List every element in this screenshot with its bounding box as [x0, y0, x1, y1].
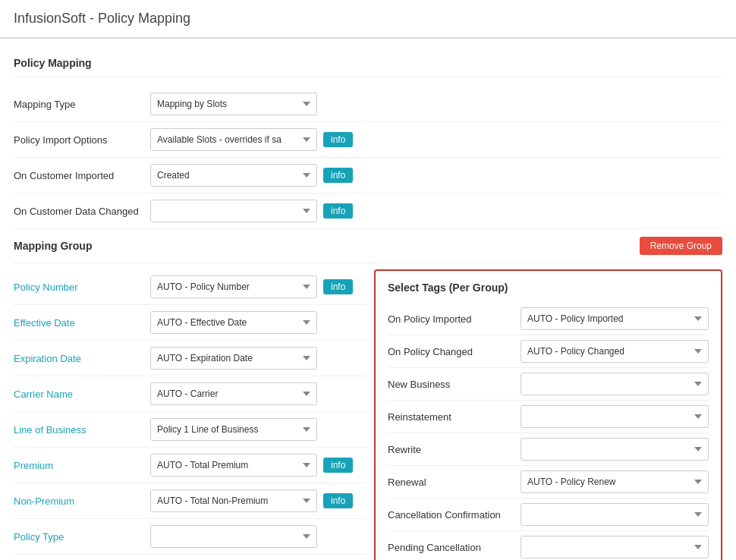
right-field-select-6[interactable]: [521, 503, 709, 526]
right-field-row-0: On Policy ImportedAUTO - Policy Imported: [388, 303, 709, 335]
left-field-label-7: Policy Type: [14, 531, 150, 543]
right-field-label-6: Cancellation Confirmation: [388, 509, 521, 521]
right-field-row-6: Cancellation Confirmation: [388, 499, 709, 531]
left-field-row-6: Non-PremiumAUTO - Total Non-Premiuminfo: [14, 483, 366, 519]
on-customer-imported-row: On Customer Imported Created info: [14, 158, 722, 193]
mapping-group-header: Mapping Group Remove Group: [14, 229, 722, 263]
mapping-group-title: Mapping Group: [14, 240, 92, 252]
right-field-row-3: Reinstatement: [388, 401, 709, 433]
left-field-row-0: Policy NumberAUTO - Policy Numberinfo: [14, 269, 366, 305]
left-field-label-4: Line of Business: [14, 424, 150, 436]
left-field-label-1: Effective Date: [14, 317, 150, 329]
left-field-row-3: Carrier NameAUTO - Carrier: [14, 376, 366, 412]
left-field-select-6[interactable]: AUTO - Total Non-Premium: [150, 489, 317, 512]
right-field-row-5: RenewalAUTO - Policy Renew: [388, 466, 709, 499]
right-field-label-5: Renewal: [388, 477, 521, 488]
right-field-select-3[interactable]: [521, 405, 709, 428]
left-field-row-1: Effective DateAUTO - Effective Date: [14, 305, 366, 341]
left-field-row-7: Policy Type: [14, 519, 366, 555]
mapping-type-row: Mapping Type Mapping by Slots: [14, 87, 722, 122]
left-field-label-6: Non-Premium: [14, 496, 150, 507]
on-customer-data-changed-row: On Customer Data Changed info: [14, 193, 722, 229]
section-title: Policy Mapping: [14, 51, 722, 77]
mapping-type-select[interactable]: Mapping by Slots: [150, 93, 317, 115]
on-customer-imported-info-button[interactable]: info: [323, 168, 353, 183]
policy-import-options-select[interactable]: Available Slots - overrides if sa: [150, 128, 317, 151]
left-field-row-2: Expiration DateAUTO - Expiration Date: [14, 341, 366, 376]
left-field-select-1[interactable]: AUTO - Effective Date: [150, 311, 317, 334]
right-field-select-1[interactable]: AUTO - Policy Changed: [521, 340, 709, 363]
right-field-row-4: Rewrite: [388, 433, 709, 466]
on-customer-imported-select[interactable]: Created: [150, 164, 317, 187]
policy-import-options-row: Policy Import Options Available Slots - …: [14, 122, 722, 158]
right-field-row-7: Pending Cancellation: [388, 531, 709, 560]
left-field-row-8: Policy StatusAUTO - Policy Status: [14, 555, 366, 560]
right-field-select-5[interactable]: AUTO - Policy Renew: [521, 470, 709, 493]
page-title: InfusionSoft - Policy Mapping: [0, 0, 736, 39]
left-field-select-2[interactable]: AUTO - Expiration Date: [150, 347, 317, 370]
right-field-select-4[interactable]: [521, 438, 709, 461]
right-field-label-1: On Policy Changed: [388, 346, 521, 357]
right-panel-title: Select Tags (Per Group): [388, 282, 709, 294]
left-field-info-button-5[interactable]: info: [323, 458, 353, 473]
on-customer-imported-label: On Customer Imported: [14, 170, 150, 181]
right-field-select-0[interactable]: AUTO - Policy Imported: [521, 307, 709, 330]
policy-import-info-button[interactable]: info: [323, 132, 353, 147]
left-field-select-5[interactable]: AUTO - Total Premium: [150, 454, 317, 477]
left-field-label-2: Expiration Date: [14, 353, 150, 364]
right-field-row-2: New Business: [388, 368, 709, 401]
right-field-label-4: Rewrite: [388, 444, 521, 455]
left-field-select-7[interactable]: [150, 525, 317, 548]
right-field-label-2: New Business: [388, 379, 521, 390]
on-customer-data-changed-label: On Customer Data Changed: [14, 206, 150, 217]
left-field-info-button-0[interactable]: info: [323, 279, 353, 294]
left-column: Policy NumberAUTO - Policy NumberinfoEff…: [14, 269, 374, 560]
right-panel: Select Tags (Per Group) On Policy Import…: [374, 269, 722, 560]
left-field-info-button-6[interactable]: info: [323, 493, 353, 508]
right-field-label-7: Pending Cancellation: [388, 542, 521, 553]
right-field-row-1: On Policy ChangedAUTO - Policy Changed: [388, 335, 709, 368]
right-field-label-3: Reinstatement: [388, 411, 521, 423]
left-field-label-5: Premium: [14, 460, 150, 471]
mapping-type-label: Mapping Type: [14, 99, 150, 110]
right-field-select-2[interactable]: [521, 373, 709, 395]
left-field-label-0: Policy Number: [14, 282, 150, 293]
on-customer-data-changed-info-button[interactable]: info: [323, 203, 353, 219]
left-field-select-4[interactable]: Policy 1 Line of Business: [150, 418, 317, 441]
left-field-label-3: Carrier Name: [14, 389, 150, 400]
right-field-label-0: On Policy Imported: [388, 313, 521, 325]
policy-import-options-label: Policy Import Options: [14, 134, 150, 146]
right-field-select-7[interactable]: [521, 536, 709, 558]
on-customer-data-changed-select[interactable]: [150, 200, 317, 222]
left-field-select-0[interactable]: AUTO - Policy Number: [150, 275, 317, 298]
two-column-layout: Policy NumberAUTO - Policy NumberinfoEff…: [14, 269, 722, 560]
left-field-row-4: Line of BusinessPolicy 1 Line of Busines…: [14, 412, 366, 448]
remove-group-button[interactable]: Remove Group: [640, 237, 722, 255]
left-field-row-5: PremiumAUTO - Total Premiuminfo: [14, 448, 366, 483]
left-field-select-3[interactable]: AUTO - Carrier: [150, 382, 317, 405]
